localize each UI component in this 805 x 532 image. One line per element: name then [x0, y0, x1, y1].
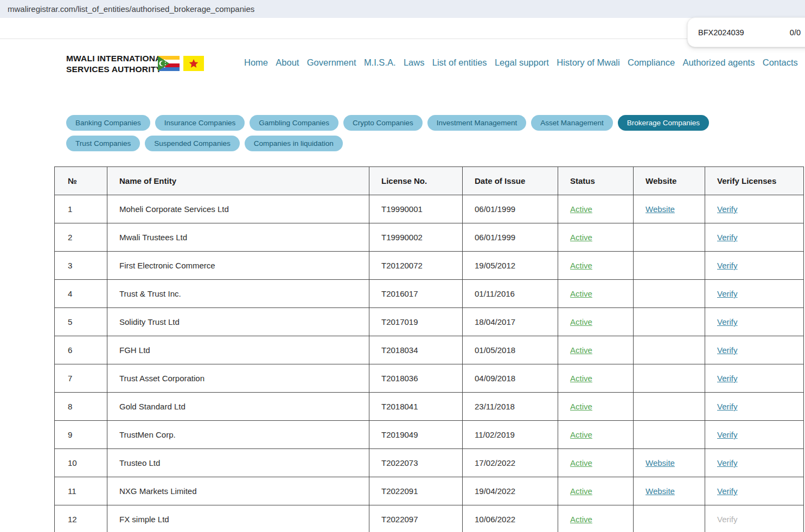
verify-link[interactable]: Verify: [717, 402, 738, 411]
filter-pill-trust-companies[interactable]: Trust Companies: [66, 136, 140, 151]
website-cell: [634, 336, 705, 364]
row-number: 4: [55, 280, 107, 308]
status-link[interactable]: Active: [570, 261, 592, 270]
find-in-page-box[interactable]: BFX2024039 0/0: [687, 17, 805, 47]
filter-pill-asset-management[interactable]: Asset Management: [531, 115, 612, 131]
verify-cell: Verify: [705, 336, 804, 364]
filter-pill-gambling-companies[interactable]: Gambling Companies: [250, 115, 338, 131]
table-row: 11NXG Markets LimitedT202209119/04/2022A…: [55, 477, 804, 505]
filter-pill-crypto-companies[interactable]: Crypto Companies: [343, 115, 423, 131]
verify-link[interactable]: Verify: [717, 374, 738, 383]
license-number: T2018036: [369, 364, 463, 393]
verify-link[interactable]: Verify: [717, 430, 738, 439]
website-link[interactable]: Website: [646, 204, 675, 214]
column-header-status: Status: [558, 167, 634, 195]
filter-pill-banking-companies[interactable]: Banking Companies: [66, 115, 150, 131]
page-url: mwaliregistrar.com/list_of_entities/auth…: [8, 4, 254, 14]
verify-link[interactable]: Verify: [717, 289, 738, 298]
verify-cell: Verify: [705, 421, 804, 449]
status-link[interactable]: Active: [570, 402, 592, 411]
row-number: 11: [55, 477, 107, 505]
find-query-text[interactable]: BFX2024039: [698, 28, 744, 37]
header-divider: [0, 18, 805, 39]
status-cell: Active: [558, 223, 634, 252]
status-cell: Active: [558, 364, 634, 393]
entities-table-head: №Name of EntityLicense No.Date of IssueS…: [55, 167, 804, 195]
verify-link[interactable]: Verify: [717, 345, 738, 355]
nav-item-home[interactable]: Home: [244, 57, 268, 68]
nav-item-contacts[interactable]: Contacts: [763, 57, 798, 68]
nav-item-laws[interactable]: Laws: [404, 57, 425, 68]
header-row: №Name of EntityLicense No.Date of IssueS…: [55, 167, 804, 195]
column-header-license-no: License No.: [369, 167, 463, 195]
website-cell: [634, 421, 705, 449]
verify-link[interactable]: Verify: [717, 486, 738, 496]
website-cell: [634, 364, 705, 393]
status-cell: Active: [558, 280, 634, 308]
nav-item-list-of-entities[interactable]: List of entities: [432, 57, 487, 68]
verify-cell: Verify: [705, 252, 804, 280]
date-of-issue: 19/04/2022: [463, 477, 558, 505]
entity-name: Trusteo Ltd: [107, 449, 369, 477]
entity-name: Trust Asset Corporation: [107, 364, 369, 393]
table-row: 8Gold Standard LtdT201804123/11/2018Acti…: [55, 393, 804, 421]
license-number: T2017019: [369, 308, 463, 336]
status-link[interactable]: Active: [570, 515, 592, 524]
license-number: T2022097: [369, 505, 463, 532]
status-link[interactable]: Active: [570, 458, 592, 467]
status-cell: Active: [558, 449, 634, 477]
verify-link[interactable]: Verify: [717, 204, 738, 214]
filter-pill-companies-in-liquidation[interactable]: Companies in liquidation: [245, 136, 343, 151]
website-link[interactable]: Website: [646, 486, 675, 496]
website-cell: [634, 505, 705, 532]
status-link[interactable]: Active: [570, 345, 592, 355]
verify-cell: Verify: [705, 393, 804, 421]
entity-name: First Electronic Commerce: [107, 252, 369, 280]
date-of-issue: 04/09/2018: [463, 364, 558, 393]
website-link[interactable]: Website: [646, 458, 675, 467]
date-of-issue: 10/06/2022: [463, 505, 558, 532]
filter-pill-brokerage-companies[interactable]: Brokerage Companies: [618, 115, 709, 131]
filter-pill-investment-management[interactable]: Investment Management: [427, 115, 527, 131]
nav-item-compliance[interactable]: Compliance: [628, 57, 675, 68]
verify-link[interactable]: Verify: [717, 458, 738, 467]
filter-pill-suspended-companies[interactable]: Suspended Companies: [145, 136, 239, 151]
logo-line2: SERVICES AUTHORITY: [66, 64, 167, 75]
date-of-issue: 11/02/2019: [463, 421, 558, 449]
status-link[interactable]: Active: [570, 204, 592, 214]
verify-cell: Verify: [705, 364, 804, 393]
status-link[interactable]: Active: [570, 317, 592, 326]
verify-cell: Verify: [705, 308, 804, 336]
nav-item-m-i-s-a[interactable]: M.I.S.A.: [364, 57, 396, 68]
verify-link[interactable]: Verify: [717, 261, 738, 270]
nav-item-government[interactable]: Government: [307, 57, 356, 68]
row-number: 7: [55, 364, 107, 393]
website-cell: [634, 308, 705, 336]
website-cell: [634, 252, 705, 280]
entity-filter-pills: Banking CompaniesInsurance CompaniesGamb…: [66, 115, 784, 151]
column-header-date-of-issue: Date of Issue: [463, 167, 558, 195]
nav-item-authorized-agents[interactable]: Authorized agents: [682, 57, 755, 68]
status-link[interactable]: Active: [570, 233, 592, 242]
nav-item-about[interactable]: About: [276, 57, 299, 68]
table-row: 9TrustMen Corp.T201904911/02/2019ActiveV…: [55, 421, 804, 449]
verify-link[interactable]: Verify: [717, 233, 738, 242]
license-number: T2016017: [369, 280, 463, 308]
nav-item-history-of-mwali[interactable]: History of Mwali: [557, 57, 619, 68]
status-link[interactable]: Active: [570, 374, 592, 383]
nav-item-legal-support[interactable]: Legal support: [495, 57, 549, 68]
date-of-issue: 23/11/2018: [463, 393, 558, 421]
verify-cell: Verify: [705, 505, 804, 532]
browser-url-bar[interactable]: mwaliregistrar.com/list_of_entities/auth…: [0, 0, 805, 18]
status-link[interactable]: Active: [570, 430, 592, 439]
status-link[interactable]: Active: [570, 289, 592, 298]
status-link[interactable]: Active: [570, 486, 592, 496]
date-of-issue: 01/05/2018: [463, 336, 558, 364]
filter-pill-insurance-companies[interactable]: Insurance Companies: [155, 115, 245, 131]
verify-link[interactable]: Verify: [717, 317, 738, 326]
row-number: 5: [55, 308, 107, 336]
row-number: 6: [55, 336, 107, 364]
entity-name: NXG Markets Limited: [107, 477, 369, 505]
date-of-issue: 17/02/2022: [463, 449, 558, 477]
table-row: 5Solidity Trust LtdT201701918/04/2017Act…: [55, 308, 804, 336]
